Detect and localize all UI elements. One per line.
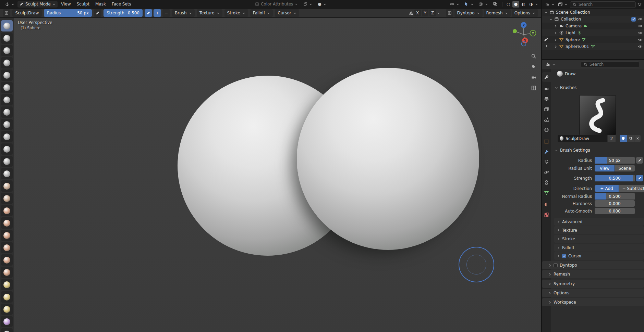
tab-scene[interactable] xyxy=(542,115,551,124)
chevron-right-icon[interactable] xyxy=(554,25,557,28)
outliner-row-camera[interactable]: Camera xyxy=(542,23,644,29)
active-tool-icon-button[interactable] xyxy=(3,9,10,17)
3d-viewport[interactable]: User Perspective (1) Sphere Z Y X xyxy=(14,18,541,332)
tool-smooth[interactable] xyxy=(1,131,13,142)
symmetry-panel[interactable]: Symmetry xyxy=(542,280,644,288)
unlink-brush-button[interactable] xyxy=(634,135,641,142)
outliner-row-light[interactable]: Light xyxy=(542,29,644,36)
fake-user-toggle[interactable] xyxy=(620,135,627,142)
hide-eye-icon[interactable] xyxy=(638,30,643,35)
tab-output[interactable] xyxy=(542,94,551,104)
mirror-x-toggle[interactable]: X xyxy=(414,10,421,16)
radius-pressure-toggle[interactable] xyxy=(636,157,643,164)
strength-pressure-toggle[interactable] xyxy=(636,175,643,181)
tab-render[interactable] xyxy=(542,84,551,93)
sphere-001-object[interactable] xyxy=(297,68,479,250)
properties-search-input[interactable] xyxy=(590,62,636,67)
texture-popover[interactable]: Texture xyxy=(197,9,222,17)
outliner-search-input[interactable] xyxy=(579,2,633,7)
options-panel[interactable]: Options xyxy=(542,289,644,297)
display-mode-dropdown[interactable] xyxy=(557,1,569,8)
xray-toggle[interactable] xyxy=(491,1,500,8)
tool-pose[interactable] xyxy=(1,254,13,266)
falloff-popover[interactable]: Falloff xyxy=(250,9,273,17)
tool-fill[interactable] xyxy=(1,156,13,167)
tab-material[interactable] xyxy=(542,200,551,209)
filter-funnel-icon[interactable] xyxy=(637,2,642,7)
tool-blob[interactable] xyxy=(1,106,13,118)
brushes-panel-header[interactable]: Brushes xyxy=(555,85,576,90)
color-attributes-dropdown[interactable]: Color Attributes xyxy=(253,1,300,8)
camera-view-icon[interactable] xyxy=(530,74,537,81)
tool-crease[interactable] xyxy=(1,119,13,130)
radius-slider[interactable]: 50 px xyxy=(595,157,635,164)
brush-popover[interactable]: Brush xyxy=(172,9,195,17)
mirror-z-toggle[interactable]: Z xyxy=(429,10,436,16)
tool-grab[interactable] xyxy=(1,205,13,216)
gizmos-dropdown[interactable] xyxy=(462,1,476,8)
strength-pressure-toggle[interactable] xyxy=(145,9,152,17)
chevron-right-icon[interactable] xyxy=(554,31,557,35)
tab-texture[interactable] xyxy=(542,210,551,219)
properties-editor-type-button[interactable] xyxy=(545,61,556,68)
dyntopo-popover[interactable]: Dyntopo xyxy=(454,9,483,17)
brush-select-button[interactable]: SculptDraw xyxy=(12,9,42,17)
tool-multiplane-scrape[interactable] xyxy=(1,180,13,192)
hide-eye-icon[interactable] xyxy=(638,37,643,42)
tool-layer[interactable] xyxy=(1,82,13,93)
tab-world[interactable] xyxy=(542,125,551,135)
shading-wireframe-button[interactable]: ○ xyxy=(505,1,512,8)
stroke-popover[interactable]: Stroke xyxy=(224,9,248,17)
tab-object-data[interactable] xyxy=(542,188,551,197)
outliner-row-scene-collection[interactable]: Scene Collection xyxy=(542,9,644,16)
brush-users-count-button[interactable]: 2 xyxy=(608,135,616,142)
shading-rendered-button[interactable]: ◑ xyxy=(527,1,534,8)
pan-hand-icon[interactable] xyxy=(530,63,537,71)
cursor-popover[interactable]: Cursor xyxy=(275,9,299,17)
outliner-row-sphere[interactable]: Sphere xyxy=(542,36,644,43)
menu-face-sets[interactable]: Face Sets xyxy=(109,1,134,8)
tab-constraints[interactable] xyxy=(542,178,551,187)
remesh-panel[interactable]: Remesh xyxy=(542,270,644,278)
tool-boundary[interactable] xyxy=(1,304,13,315)
shading-solid-button[interactable]: ● xyxy=(512,1,519,8)
tool-draw[interactable] xyxy=(1,20,13,31)
hide-eye-icon[interactable] xyxy=(638,44,643,49)
tool-slide-relax[interactable] xyxy=(1,291,13,303)
shading-material-button[interactable]: ◐ xyxy=(520,1,527,8)
radius-pressure-toggle[interactable] xyxy=(94,9,101,17)
grid-icon-button[interactable] xyxy=(446,9,453,17)
tab-object[interactable] xyxy=(542,137,551,146)
texture-subpanel[interactable]: Texture xyxy=(554,226,644,234)
direction-subtract-toggle[interactable]: − xyxy=(162,9,170,17)
tool-clay[interactable] xyxy=(1,45,13,56)
tool-cloth[interactable] xyxy=(1,316,13,327)
object-visibility-dropdown[interactable] xyxy=(448,1,461,8)
chevron-right-icon[interactable] xyxy=(554,38,557,41)
hide-eye-icon[interactable] xyxy=(638,24,643,28)
collection-checkbox[interactable] xyxy=(631,17,636,22)
navigation-gizmo[interactable]: Z Y X xyxy=(509,20,538,48)
radius-slider[interactable]: Radius 50 px xyxy=(44,9,92,17)
tab-particles[interactable] xyxy=(542,157,551,167)
chevron-down-icon[interactable] xyxy=(549,18,552,21)
tool-thumb[interactable] xyxy=(1,242,13,253)
orthographic-toggle-icon[interactable] xyxy=(530,84,537,92)
tool-inflate[interactable] xyxy=(1,94,13,105)
tool-nudge[interactable] xyxy=(1,267,13,278)
radius-unit-view-button[interactable]: View xyxy=(595,165,615,171)
brush-settings-panel-header[interactable]: Brush Settings xyxy=(555,148,590,153)
tab-view-layer[interactable] xyxy=(542,104,551,114)
tool-flatten[interactable] xyxy=(1,143,13,155)
chevron-down-icon[interactable] xyxy=(535,3,538,6)
overlays-dropdown[interactable] xyxy=(476,1,490,8)
brush-name-input[interactable] xyxy=(566,136,605,141)
cursor-subpanel[interactable]: Cursor xyxy=(554,252,644,260)
attribute-type-dropdown[interactable] xyxy=(301,1,314,8)
tab-tool[interactable] xyxy=(542,72,551,82)
menu-mask[interactable]: Mask xyxy=(93,1,108,8)
outliner-row-collection[interactable]: Collection xyxy=(542,16,644,23)
editor-type-button[interactable] xyxy=(3,1,16,8)
menu-view[interactable]: View xyxy=(59,1,73,8)
hardness-field[interactable]: 0.000 xyxy=(595,200,635,207)
